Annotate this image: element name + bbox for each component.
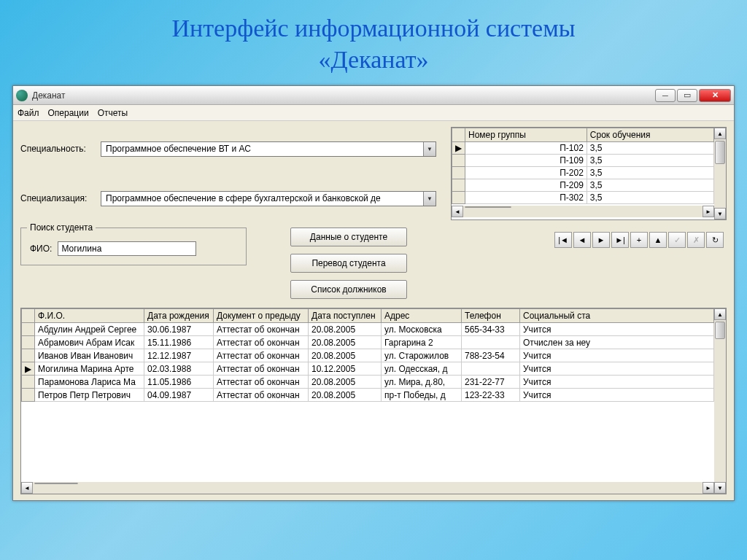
app-window: Деканат ─ ▭ ✕ Файл Операции Отчеты Специ… [12,85,735,501]
close-button[interactable]: ✕ [699,89,731,102]
nav-next-icon[interactable]: ► [592,232,610,248]
nav-last-icon[interactable]: ►| [611,232,629,248]
group-cell[interactable]: П-109 [465,155,587,167]
table-row[interactable]: ▶Могилина Марина Арте02.03.1988Аттестат … [22,362,714,376]
table-row[interactable]: Абдулин Андрей Сергее30.06.1987Аттестат … [22,323,714,336]
table-row[interactable]: Петров Петр Петрович04.09.1987Аттестат о… [22,389,714,402]
col-addr[interactable]: Адрес [382,309,462,323]
chevron-down-icon[interactable]: ▼ [423,192,436,206]
minimize-button[interactable]: ─ [655,89,676,102]
chevron-down-icon[interactable]: ▼ [423,142,436,156]
students-hscroll[interactable]: ◄► [21,482,714,494]
slide-title: Интерфейс информационной системы «Декана… [7,13,740,75]
groups-hscroll[interactable]: ◄► [452,206,714,217]
table-row[interactable]: Абрамович Абрам Исак15.11.1986Аттестат о… [22,336,714,349]
nav-cancel-icon: ✗ [687,232,705,248]
menubar: Файл Операции Отчеты [13,105,734,121]
search-legend: Поиск студента [27,222,96,233]
menu-file[interactable]: Файл [18,108,39,118]
debtors-list-button[interactable]: Список должников [290,280,407,299]
search-fieldset: Поиск студента ФИО: [20,228,247,265]
student-data-button[interactable]: Данные о студенте [290,228,407,246]
speciality-label: Специальность: [20,144,101,154]
menu-reports[interactable]: Отчеты [98,108,128,118]
fio-input[interactable] [58,241,196,256]
fio-label: ФИО: [30,244,52,254]
window-title: Деканат [32,90,654,101]
maximize-button[interactable]: ▭ [677,89,697,102]
speciality-combo[interactable]: Программное обеспечение ВТ и АС ▼ [101,141,436,157]
table-row[interactable]: Иванов Иван Иванович12.12.1987Аттестат о… [22,349,714,362]
group-cell[interactable]: П-202 [465,167,587,179]
students-table: Ф.И.О. Дата рождения Документ о предыду … [21,308,714,402]
nav-delete-icon[interactable]: ▲ [649,232,667,248]
transfer-student-button[interactable]: Перевод студента [290,254,407,273]
nav-first-icon[interactable]: |◄ [554,232,572,248]
group-cell[interactable]: П-102 [465,142,587,155]
group-cell[interactable]: П-209 [465,179,587,192]
col-doc[interactable]: Документ о предыду [214,309,309,323]
groups-col-number[interactable]: Номер группы [465,128,587,142]
groups-rowmark-header [452,128,465,142]
nav-prev-icon[interactable]: ◄ [573,232,591,248]
menu-operations[interactable]: Операции [48,108,89,118]
nav-post-icon: ✓ [668,232,686,248]
nav-add-icon[interactable]: + [630,232,648,248]
specialization-label: Специализация: [20,193,101,203]
col-dob[interactable]: Дата рождения [144,309,214,323]
table-row[interactable]: Парамонова Лариса Ма11.05.1986Аттестат о… [22,376,714,389]
students-vscroll[interactable]: ▲▼ [714,308,726,494]
col-status[interactable]: Социальный ста [520,309,714,323]
titlebar[interactable]: Деканат ─ ▭ ✕ [13,86,734,105]
content-area: Специальность: Программное обеспечение В… [13,121,734,500]
students-table-panel: Ф.И.О. Дата рождения Документ о предыду … [20,308,727,494]
groups-table-panel: Номер группы Срок обучения ▶П-1023,5 П-1… [451,127,727,220]
groups-col-term[interactable]: Срок обучения [587,128,713,142]
col-phone[interactable]: Телефон [462,309,520,323]
record-navigator: |◄ ◄ ► ►| + ▲ ✓ ✗ ↻ [422,232,727,248]
nav-refresh-icon[interactable]: ↻ [706,232,724,248]
groups-vscroll[interactable]: ▲▼ [714,128,726,219]
col-enroll[interactable]: Дата поступлен [309,309,382,323]
col-fio[interactable]: Ф.И.О. [35,309,144,323]
app-icon [16,90,28,101]
specialization-combo[interactable]: Программное обеспечение в сфере бухгалте… [101,191,436,206]
group-cell[interactable]: П-302 [465,192,587,204]
